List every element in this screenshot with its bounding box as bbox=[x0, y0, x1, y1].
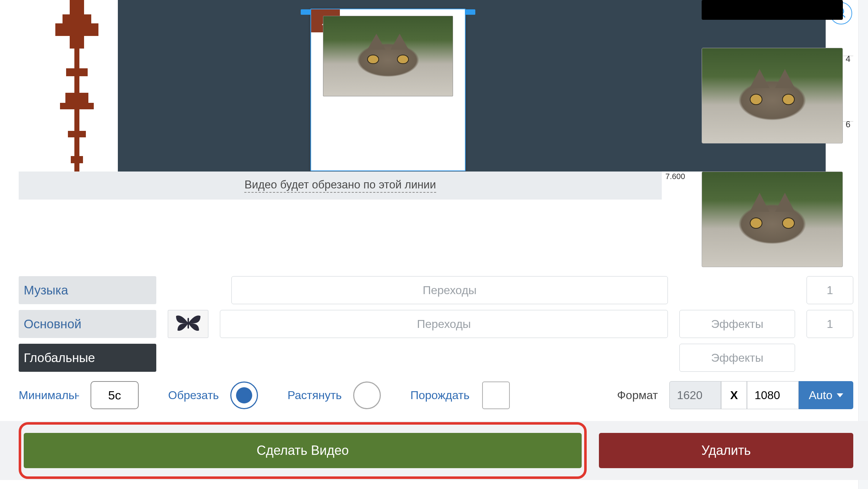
crop-radio[interactable] bbox=[230, 381, 258, 409]
svg-rect-2 bbox=[55, 23, 98, 36]
clip-handle-right[interactable] bbox=[465, 9, 475, 15]
make-video-wrap: Сделать Видео bbox=[24, 427, 582, 474]
crop-label: Обрезать bbox=[168, 389, 219, 402]
delete-button[interactable]: Удалить bbox=[599, 433, 853, 468]
radio-dot-icon bbox=[236, 387, 252, 403]
effects-label: Эффекты bbox=[711, 351, 763, 365]
audio-waveform[interactable] bbox=[36, 0, 118, 172]
transitions-button[interactable]: Переходы bbox=[220, 310, 668, 338]
generate-checkbox[interactable] bbox=[482, 381, 510, 409]
timeline-clip[interactable] bbox=[310, 9, 466, 171]
audio-waveform-column bbox=[19, 0, 118, 172]
make-video-label: Сделать Видео bbox=[257, 443, 348, 458]
layer-tab-main[interactable]: Основной bbox=[19, 310, 156, 338]
layer-count[interactable]: 1 bbox=[807, 276, 853, 304]
caret-down-icon bbox=[837, 393, 843, 397]
page-scrollbar[interactable] bbox=[858, 0, 868, 489]
svg-rect-5 bbox=[66, 68, 88, 76]
layer-tab-global[interactable]: Глобальные bbox=[19, 344, 156, 372]
svg-rect-9 bbox=[74, 109, 79, 131]
make-video-button[interactable]: Сделать Видео bbox=[24, 433, 582, 468]
minimal-input[interactable] bbox=[91, 381, 139, 409]
action-bar: Сделать Видео Удалить bbox=[0, 421, 868, 480]
transitions-label: Переходы bbox=[423, 284, 476, 297]
layer-effect-thumb[interactable] bbox=[168, 310, 208, 338]
svg-rect-12 bbox=[71, 156, 83, 163]
svg-rect-6 bbox=[74, 76, 79, 93]
svg-rect-7 bbox=[65, 93, 88, 103]
clip-thumbnail bbox=[323, 16, 453, 96]
stretch-label: Растянуть bbox=[287, 389, 342, 402]
preview-thumbnail[interactable] bbox=[702, 48, 843, 143]
svg-rect-1 bbox=[63, 14, 91, 23]
stretch-radio[interactable] bbox=[353, 381, 381, 409]
preview-thumbnail[interactable] bbox=[702, 172, 843, 267]
effects-button[interactable]: Эффекты bbox=[679, 344, 795, 372]
crop-end-time: 7.600 bbox=[663, 172, 687, 182]
layer-tab-label: Музыка bbox=[24, 283, 68, 297]
layer-count-value: 1 bbox=[827, 317, 833, 331]
svg-rect-14 bbox=[188, 318, 189, 329]
transitions-label: Переходы bbox=[417, 317, 471, 331]
timeline-area: 4 6 Видео будет обрезано по этой линии 7… bbox=[19, 0, 853, 200]
waveform-gutter bbox=[19, 0, 36, 172]
format-auto-dropdown[interactable]: Auto bbox=[799, 381, 853, 409]
svg-rect-8 bbox=[60, 103, 94, 109]
crop-note-text[interactable]: Видео будет обрезано по этой линии bbox=[244, 178, 436, 193]
layer-tab-label: Основной bbox=[24, 317, 81, 331]
layer-row-music: Музыка Переходы 1 bbox=[19, 276, 853, 304]
transitions-button[interactable]: Переходы bbox=[231, 276, 668, 304]
effects-label: Эффекты bbox=[711, 317, 763, 331]
svg-rect-3 bbox=[70, 36, 84, 49]
layers-panel: Музыка Переходы 1 Основной Переходы bbox=[19, 276, 853, 378]
preview-thumbnails bbox=[689, 0, 853, 266]
delete-label: Удалить bbox=[701, 443, 751, 458]
options-row: Минимальн Обрезать Растянуть Порождать Ф… bbox=[19, 380, 853, 410]
minimal-label: Минимальн bbox=[19, 389, 79, 402]
svg-rect-13 bbox=[74, 163, 79, 172]
clip-handle-left[interactable] bbox=[301, 9, 311, 15]
layer-row-global: Глобальные Эффекты bbox=[19, 344, 853, 372]
generate-label: Порождать bbox=[410, 389, 471, 402]
svg-rect-11 bbox=[74, 137, 79, 156]
butterfly-icon bbox=[174, 313, 203, 335]
format-x: X bbox=[721, 381, 747, 409]
layer-count[interactable]: 1 bbox=[807, 310, 853, 338]
format-height[interactable] bbox=[747, 381, 799, 409]
effects-button[interactable]: Эффекты bbox=[679, 310, 795, 338]
layer-tab-label: Глобальные bbox=[24, 351, 95, 365]
crop-note-bar: Видео будет обрезано по этой линии bbox=[19, 172, 662, 200]
svg-rect-4 bbox=[74, 49, 79, 68]
layer-count-value: 1 bbox=[827, 284, 833, 297]
format-width bbox=[669, 381, 721, 409]
format-label: Формат bbox=[617, 389, 658, 402]
layer-row-main: Основной Переходы Эффекты 1 bbox=[19, 310, 853, 338]
layer-tab-music[interactable]: Музыка bbox=[19, 276, 156, 304]
preview-thumbnail-black[interactable] bbox=[702, 0, 843, 20]
auto-label: Auto bbox=[809, 389, 832, 402]
svg-rect-10 bbox=[68, 131, 86, 137]
svg-rect-0 bbox=[70, 0, 84, 14]
